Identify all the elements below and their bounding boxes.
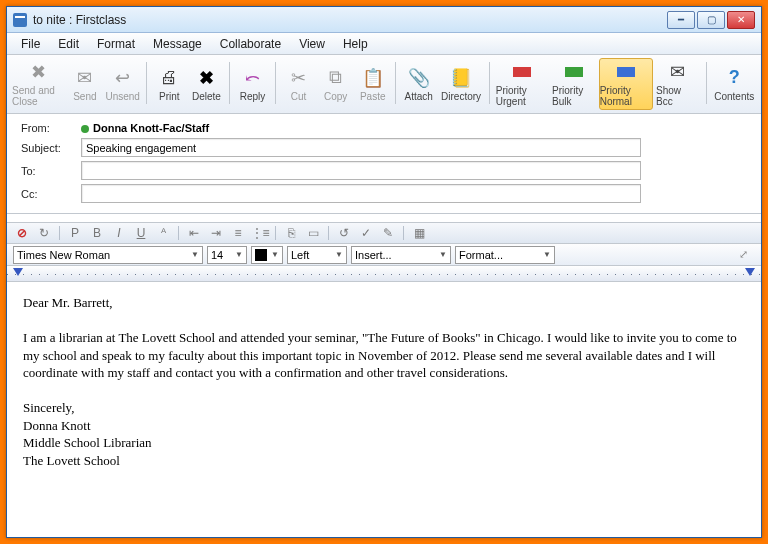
- bcc-icon: ✉: [667, 61, 689, 83]
- flag-green-icon: [563, 61, 585, 83]
- app-window: to nite : Firstclass ━ ▢ ✕ File Edit For…: [6, 6, 762, 538]
- directory-button[interactable]: 📒Directory: [438, 58, 484, 110]
- paste-icon: 📋: [362, 67, 384, 89]
- menu-message[interactable]: Message: [145, 35, 210, 53]
- delete-icon: ✖: [195, 67, 217, 89]
- more-icon[interactable]: ▦: [410, 224, 428, 242]
- format-toolbar-2: Times New Roman▼ 14▼ ▼ Left▼ Insert...▼ …: [7, 244, 761, 266]
- font-combo[interactable]: Times New Roman▼: [13, 246, 203, 264]
- chevron-down-icon: ▼: [191, 250, 199, 259]
- unsend-button[interactable]: ↩Unsend: [104, 58, 140, 110]
- insert-link-icon[interactable]: ⎘: [282, 224, 300, 242]
- body-sign-1: Sincerely,: [23, 399, 745, 417]
- priority-normal-button[interactable]: Priority Normal: [599, 58, 653, 110]
- copy-button[interactable]: ⧉Copy: [318, 58, 353, 110]
- minimize-button[interactable]: ━: [667, 11, 695, 29]
- menu-format[interactable]: Format: [89, 35, 143, 53]
- flag-red-icon: [511, 61, 533, 83]
- print-icon: 🖨: [158, 67, 180, 89]
- para-plain-icon[interactable]: P: [66, 224, 84, 242]
- menu-collaborate[interactable]: Collaborate: [212, 35, 289, 53]
- body-paragraph: I am a librarian at The Lovett School an…: [23, 329, 745, 382]
- body-greeting: Dear Mr. Barrett,: [23, 294, 745, 312]
- undo-icon[interactable]: ↻: [35, 224, 53, 242]
- font-icon[interactable]: ᴬ: [154, 224, 172, 242]
- check-icon[interactable]: ✓: [357, 224, 375, 242]
- insert-image-icon[interactable]: ▭: [304, 224, 322, 242]
- body-sign-3: Middle School Librarian: [23, 434, 745, 452]
- cut-button[interactable]: ✂Cut: [281, 58, 316, 110]
- chevron-down-icon: ▼: [543, 250, 551, 259]
- chevron-down-icon: ▼: [335, 250, 343, 259]
- align-combo[interactable]: Left▼: [287, 246, 347, 264]
- menu-view[interactable]: View: [291, 35, 333, 53]
- expand-icon[interactable]: ⤢: [739, 248, 755, 261]
- paste-button[interactable]: 📋Paste: [355, 58, 390, 110]
- record-icon[interactable]: ⊘: [13, 224, 31, 242]
- italic-icon[interactable]: I: [110, 224, 128, 242]
- chevron-down-icon: ▼: [271, 250, 279, 259]
- to-label: To:: [21, 165, 81, 177]
- titlebar: to nite : Firstclass ━ ▢ ✕: [7, 7, 761, 33]
- help-icon: ?: [723, 67, 745, 89]
- chevron-down-icon: ▼: [439, 250, 447, 259]
- size-combo[interactable]: 14▼: [207, 246, 247, 264]
- bold-icon[interactable]: B: [88, 224, 106, 242]
- menu-file[interactable]: File: [13, 35, 48, 53]
- priority-urgent-button[interactable]: Priority Urgent: [495, 58, 549, 110]
- priority-bulk-button[interactable]: Priority Bulk: [551, 58, 597, 110]
- send-button[interactable]: ✉Send: [67, 58, 102, 110]
- send-close-icon: ✖: [27, 61, 49, 83]
- subject-input[interactable]: [81, 138, 641, 157]
- maximize-button[interactable]: ▢: [697, 11, 725, 29]
- show-bcc-button[interactable]: ✉Show Bcc: [655, 58, 701, 110]
- attach-button[interactable]: 📎Attach: [401, 58, 436, 110]
- body-sign-4: The Lovett School: [23, 452, 745, 470]
- redo-icon[interactable]: ↺: [335, 224, 353, 242]
- from-value: Donna Knott-Fac/Staff: [81, 122, 747, 134]
- format-combo[interactable]: Format...▼: [455, 246, 555, 264]
- attach-icon: 📎: [408, 67, 430, 89]
- menubar: File Edit Format Message Collaborate Vie…: [7, 33, 761, 55]
- body-sign-2: Donna Knott: [23, 417, 745, 435]
- from-label: From:: [21, 122, 81, 134]
- list-number-icon[interactable]: ⋮≡: [251, 224, 269, 242]
- send-icon: ✉: [74, 67, 96, 89]
- message-body-editor[interactable]: Dear Mr. Barrett, I am a librarian at Th…: [7, 282, 761, 537]
- color-swatch: [255, 249, 267, 261]
- cut-icon: ✂: [287, 67, 309, 89]
- menu-edit[interactable]: Edit: [50, 35, 87, 53]
- list-bullet-icon[interactable]: ≡: [229, 224, 247, 242]
- chevron-down-icon: ▼: [235, 250, 243, 259]
- copy-icon: ⧉: [325, 67, 347, 89]
- send-and-close-button[interactable]: ✖Send and Close: [11, 58, 65, 110]
- color-combo[interactable]: ▼: [251, 246, 283, 264]
- reply-icon: ⤺: [241, 67, 263, 89]
- ruler[interactable]: [7, 266, 761, 282]
- insert-combo[interactable]: Insert...▼: [351, 246, 451, 264]
- outdent-icon[interactable]: ⇤: [185, 224, 203, 242]
- cc-input[interactable]: [81, 184, 641, 203]
- delete-button[interactable]: ✖Delete: [189, 58, 224, 110]
- format-toolbar-1: ⊘ ↻ P B I U ᴬ ⇤ ⇥ ≡ ⋮≡ ⎘ ▭ ↺ ✓ ✎ ▦: [7, 222, 761, 244]
- menu-help[interactable]: Help: [335, 35, 376, 53]
- cc-label: Cc:: [21, 188, 81, 200]
- close-button[interactable]: ✕: [727, 11, 755, 29]
- print-button[interactable]: 🖨Print: [152, 58, 187, 110]
- brush-icon[interactable]: ✎: [379, 224, 397, 242]
- underline-icon[interactable]: U: [132, 224, 150, 242]
- contents-button[interactable]: ?Contents: [711, 58, 757, 110]
- reply-button[interactable]: ⤺Reply: [235, 58, 270, 110]
- to-input[interactable]: [81, 161, 641, 180]
- window-title: to nite : Firstclass: [33, 13, 667, 27]
- directory-icon: 📒: [450, 67, 472, 89]
- message-header: From: Donna Knott-Fac/Staff Subject: To:…: [7, 114, 761, 214]
- subject-label: Subject:: [21, 142, 81, 154]
- app-icon: [13, 13, 27, 27]
- main-toolbar: ✖Send and Close ✉Send ↩Unsend 🖨Print ✖De…: [7, 55, 761, 114]
- indent-icon[interactable]: ⇥: [207, 224, 225, 242]
- unsend-icon: ↩: [112, 67, 134, 89]
- flag-blue-icon: [615, 61, 637, 83]
